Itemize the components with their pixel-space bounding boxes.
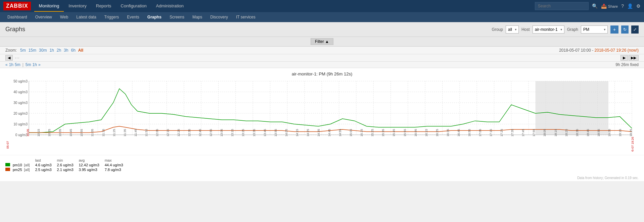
subnav-screens[interactable]: Screens <box>166 13 188 21</box>
legend-color <box>5 168 10 171</box>
legend-max: 44.4 ug/m3 <box>105 163 126 167</box>
legend-col-last: last <box>35 158 57 163</box>
legend-row: pm10 [all] 4.6 ug/m3 2.6 ug/m3 12.42 ug/… <box>5 163 126 167</box>
legend-last: 4.6 ug/m3 <box>35 163 57 167</box>
legend-table: last min avg max pm10 [all] 4.6 ug/m3 2.… <box>5 158 126 172</box>
page-title: Graphs <box>5 26 25 33</box>
subnav-it-services[interactable]: IT services <box>232 13 260 21</box>
help-icon[interactable]: ? <box>621 3 624 9</box>
kiosk-button[interactable]: ⤢ <box>631 25 639 34</box>
nav-5m-left-link[interactable]: 5m <box>15 62 20 67</box>
legend: last min avg max pm10 [all] 4.6 ug/m3 2.… <box>0 155 644 175</box>
subnav-latest-data[interactable]: Latest data <box>72 13 100 21</box>
graph-container: air-monitor-1: PM (9h 26m 12s) <box>0 68 644 155</box>
legend-min: 2.6 ug/m3 <box>57 163 79 167</box>
zoom-label: Zoom: <box>5 48 17 53</box>
nav-left-button[interactable]: ◀ <box>5 55 13 61</box>
time-sep: - <box>592 48 594 53</box>
legend-all: [all] <box>24 163 35 167</box>
time-fixed-value: 9h 26m <box>615 62 629 67</box>
time-end: 2018-05-07 19:26 <box>595 48 627 53</box>
subnav-discovery[interactable]: Discovery <box>206 13 232 21</box>
zoom-6h[interactable]: 6h <box>70 48 76 53</box>
footer-note: Data from history; Generated in 0.19 sec… <box>0 175 644 181</box>
search-icon[interactable]: 🔍 <box>592 3 598 9</box>
legend-name: pm10 <box>13 163 24 167</box>
nav-sep: | <box>22 62 24 67</box>
nav-right-button[interactable]: ▶ <box>620 55 628 61</box>
nav-far-right-button[interactable]: ▶▶ <box>629 55 639 61</box>
zoom-1h[interactable]: 1h <box>49 48 54 53</box>
time-now: (now!) <box>628 48 639 53</box>
legend-avg: 12.42 ug/m3 <box>79 163 105 167</box>
legend-row: pm25 [all] 2.5 ug/m3 2.1 ug/m3 3.95 ug/m… <box>5 167 126 172</box>
host-select-wrapper: air-monitor-1 <box>533 25 564 34</box>
zoom-3h[interactable]: 3h <box>63 48 69 53</box>
subnav-maps[interactable]: Maps <box>188 13 206 21</box>
app-logo: ZABBIX <box>3 2 31 10</box>
nav-1h-left-link[interactable]: 1h <box>9 62 13 67</box>
host-select[interactable]: air-monitor-1 <box>533 25 564 34</box>
page-header: Graphs Group all Host air-monitor-1 Grap… <box>0 22 644 37</box>
nav-administration[interactable]: Administration <box>151 1 188 12</box>
legend-last: 2.5 ug/m3 <box>35 167 57 172</box>
subnav-overview[interactable]: Overview <box>31 13 56 21</box>
nav-arrows-right: ▶ ▶▶ <box>620 55 639 61</box>
subnav-dashboard[interactable]: Dashboard <box>3 13 31 21</box>
legend-max: 7.8 ug/m3 <box>105 167 126 172</box>
nav-reports[interactable]: Reports <box>91 1 116 12</box>
page-controls: Group all Host air-monitor-1 Graph PM + … <box>492 25 639 34</box>
zoom-5m[interactable]: 5m <box>19 48 27 53</box>
zoom-15m[interactable]: 15m <box>28 48 37 53</box>
search-input[interactable] <box>535 2 589 10</box>
zoom-all[interactable]: All <box>78 48 84 53</box>
nav-1h-right-link[interactable]: 1h <box>33 62 37 67</box>
user-icon[interactable]: 👤 <box>627 3 633 9</box>
group-label: Group <box>492 27 503 32</box>
group-select[interactable]: all <box>506 25 519 34</box>
legend-min: 2.1 ug/m3 <box>57 167 79 172</box>
settings-icon[interactable]: ⚙ <box>636 3 641 9</box>
zoom-2h[interactable]: 2h <box>56 48 62 53</box>
nav-time-bar2: « 1h 5m | 5m 1h » 9h 26m fixed <box>0 62 644 68</box>
legend-name: pm25 <box>13 167 24 172</box>
time-range: 2018-05-07 10:00 - 2018-05-07 19:26 (now… <box>559 48 639 53</box>
top-nav-right: 🔍 📤 Share ? 👤 ⚙ <box>535 2 641 10</box>
add-button[interactable]: + <box>610 25 618 34</box>
filter-button[interactable]: Filter ▲ <box>311 38 333 45</box>
refresh-button[interactable]: ↻ <box>621 25 629 34</box>
nav-inventory[interactable]: Inventory <box>64 1 91 12</box>
top-navigation: ZABBIX Monitoring Inventory Reports Conf… <box>0 0 644 12</box>
subnav-events[interactable]: Events <box>123 13 143 21</box>
subnav-graphs[interactable]: Graphs <box>143 13 166 21</box>
nav-time-left: « 1h 5m | 5m 1h » <box>5 62 41 67</box>
subnav-web[interactable]: Web <box>56 13 72 21</box>
top-nav-items: Monitoring Inventory Reports Configurati… <box>34 1 535 12</box>
nav-5m-right-link[interactable]: 5m <box>26 62 31 67</box>
subnav-triggers[interactable]: Triggers <box>100 13 123 21</box>
time-start: 2018-05-07 10:00 <box>559 48 591 53</box>
graph-canvas <box>5 78 639 152</box>
graph-label: Graph <box>567 27 578 32</box>
filter-bar: Filter ▲ <box>0 37 644 47</box>
legend-all: [all] <box>24 167 35 172</box>
zoom-30m[interactable]: 30m <box>38 48 47 53</box>
nav-monitoring[interactable]: Monitoring <box>34 1 64 12</box>
host-label: Host <box>521 27 530 32</box>
nav-configuration[interactable]: Configuration <box>116 1 151 12</box>
legend-col-max: max <box>105 158 126 163</box>
zoom-bar: Zoom: 5m 15m 30m 1h 2h 3h 6h All 2018-05… <box>0 47 644 54</box>
legend-color <box>5 163 10 166</box>
time-fixed-label: 9h 26m fixed <box>615 62 639 67</box>
legend-col-min: min <box>57 158 79 163</box>
nav-far-right-link[interactable]: » <box>38 62 41 67</box>
graph-title: air-monitor-1: PM (9h 26m 12s) <box>5 71 639 76</box>
graph-wrap <box>5 78 639 152</box>
nav-far-left-link[interactable]: « <box>5 62 8 67</box>
share-icon[interactable]: 📤 Share <box>601 3 618 9</box>
legend-avg: 3.95 ug/m3 <box>79 167 105 172</box>
graph-select[interactable]: PM <box>581 25 608 34</box>
nav-arrows-left: ◀ ⋯ <box>5 55 21 61</box>
sub-navigation: Dashboard Overview Web Latest data Trigg… <box>0 12 644 22</box>
fixed-text: fixed <box>630 62 639 67</box>
